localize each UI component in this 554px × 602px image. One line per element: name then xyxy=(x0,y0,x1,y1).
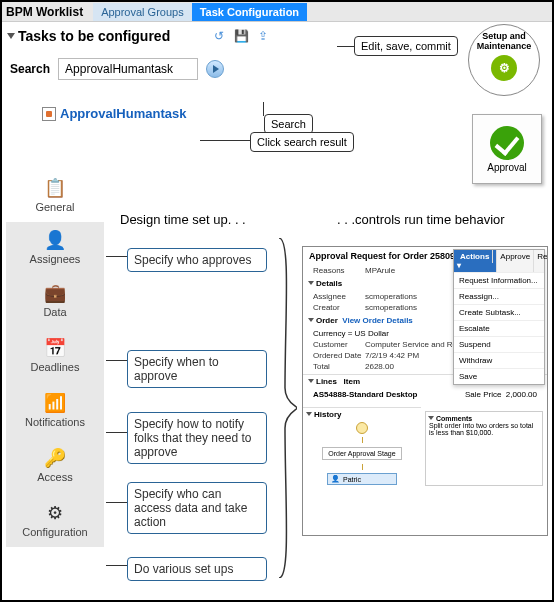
desc-assignees: Specify who approves xyxy=(127,248,267,272)
check-icon xyxy=(490,126,524,160)
menu-request-info[interactable]: Request Information... xyxy=(454,272,544,288)
person-name: Patric xyxy=(343,476,361,483)
rt-line-price-lbl: Sale Price xyxy=(465,390,501,399)
nav-label-data: Data xyxy=(43,306,66,318)
desc-configuration: Do various set ups xyxy=(127,557,267,581)
menu-save[interactable]: Save xyxy=(454,368,544,384)
nav-label-general: General xyxy=(35,201,74,213)
briefcase-icon: 💼 xyxy=(44,282,66,304)
design-time-label: Design time set up. . . xyxy=(120,212,246,227)
side-nav: 📋 General 👤 Assignees 💼 Data 📅 Deadlines… xyxy=(6,167,104,547)
desc-access: Specify who can access data and take act… xyxy=(127,482,267,534)
rt-line-sku: AS54888-Standard Desktop xyxy=(313,390,417,399)
sidebar-item-general[interactable]: 📋 General xyxy=(6,167,104,222)
gear-icon: ⚙ xyxy=(491,55,517,81)
nav-label-deadlines: Deadlines xyxy=(31,361,80,373)
nav-label-notifications: Notifications xyxy=(25,416,85,428)
rt-total-lbl: Total xyxy=(313,362,365,371)
approve-button[interactable]: Approve xyxy=(497,250,534,272)
rt-line-price: 2,000.00 xyxy=(506,390,537,399)
rt-assignee-val: scmoperations xyxy=(365,292,417,301)
app-title: BPM Worklist xyxy=(6,5,83,19)
callout-click-result: Click search result xyxy=(250,132,354,152)
person-chip[interactable]: 👤 Patric xyxy=(327,473,397,485)
rt-ordered-val: 7/2/19 4:42 PM xyxy=(365,351,419,360)
brace-icon xyxy=(277,238,297,578)
rt-reasons-val: MPArule xyxy=(365,266,395,275)
flow-start-icon xyxy=(356,422,368,434)
person-icon-small: 👤 xyxy=(331,475,340,483)
setup-maintenance-badge[interactable]: Setup and Maintenance ⚙ xyxy=(468,24,540,96)
tab-approval-groups[interactable]: Approval Groups xyxy=(93,3,192,21)
gear2-icon: ⚙ xyxy=(47,502,63,524)
sidebar-item-access[interactable]: 🔑 Access xyxy=(6,437,104,492)
setup-line2: Maintenance xyxy=(477,41,532,51)
rt-creator-lbl: Creator xyxy=(313,303,365,312)
rss-icon: 📶 xyxy=(44,392,66,414)
nav-label-configuration: Configuration xyxy=(22,526,87,538)
person-icon: 👤 xyxy=(44,229,66,251)
reject-button[interactable]: Rej xyxy=(534,250,548,272)
sidebar-item-configuration[interactable]: ⚙ Configuration xyxy=(6,492,104,547)
rt-comments-text: Split order into two orders so total is … xyxy=(429,422,539,436)
rt-total-val: 2628.00 xyxy=(365,362,394,371)
nav-label-assignees: Assignees xyxy=(30,253,81,265)
rt-comments-lbl: Comments xyxy=(436,415,472,422)
rt-details-lbl: Details xyxy=(316,279,342,288)
key-icon: 🔑 xyxy=(44,447,66,469)
rt-ordered-lbl: Ordered Date xyxy=(313,351,365,360)
page-title: Tasks to be configured xyxy=(18,28,170,44)
sidebar-item-data[interactable]: 💼 Data xyxy=(6,272,104,327)
tab-task-configuration[interactable]: Task Configuration xyxy=(192,3,307,21)
search-label: Search xyxy=(10,62,50,76)
callout-search: Search xyxy=(264,114,313,134)
collapse-icon[interactable] xyxy=(7,33,15,39)
sidebar-item-notifications[interactable]: 📶 Notifications xyxy=(6,382,104,437)
runtime-preview: Approval Request for Order 258093 Reason… xyxy=(302,246,548,536)
setup-line1: Setup and xyxy=(482,31,526,41)
rt-customer-lbl: Customer xyxy=(313,340,365,349)
menu-suspend[interactable]: Suspend xyxy=(454,336,544,352)
task-icon xyxy=(42,107,56,121)
search-result-text: ApprovalHumantask xyxy=(60,106,186,121)
sidebar-item-deadlines[interactable]: 📅 Deadlines xyxy=(6,327,104,382)
menu-reassign[interactable]: Reassign... xyxy=(454,288,544,304)
rt-lines-lbl: Lines xyxy=(316,377,337,386)
edit-icon[interactable]: ↺ xyxy=(210,27,228,45)
search-input[interactable] xyxy=(58,58,198,80)
menu-escalate[interactable]: Escalate xyxy=(454,320,544,336)
nav-label-access: Access xyxy=(37,471,72,483)
stage-box: Order Approval Stage xyxy=(322,447,402,460)
rt-reasons-lbl: Reasons xyxy=(313,266,365,275)
rt-assignee-lbl: Assignee xyxy=(313,292,365,301)
menu-create-subtask[interactable]: Create Subtask... xyxy=(454,304,544,320)
commit-icon[interactable]: ⇪ xyxy=(254,27,272,45)
menu-withdraw[interactable]: Withdraw xyxy=(454,352,544,368)
calendar-icon: 📅 xyxy=(44,337,66,359)
rt-history-lbl: History xyxy=(314,410,342,419)
clipboard-icon: 📋 xyxy=(44,177,66,199)
rt-currency: Currency = US Dollar xyxy=(313,329,389,338)
rt-order-lbl: Order xyxy=(316,316,338,325)
search-go-button[interactable] xyxy=(206,60,224,78)
approval-badge-label: Approval xyxy=(487,162,526,173)
save-icon[interactable]: 💾 xyxy=(232,27,250,45)
runtime-label: . . .controls run time behavior xyxy=(337,212,505,227)
actions-menu: Actions ▾ Approve Rej Request Informatio… xyxy=(453,249,545,385)
sidebar-item-assignees[interactable]: 👤 Assignees xyxy=(6,222,104,272)
approval-badge[interactable]: Approval xyxy=(472,114,542,184)
view-order-link[interactable]: View Order Details xyxy=(342,316,413,325)
actions-button[interactable]: Actions ▾ xyxy=(454,250,497,272)
rt-col-item: Item xyxy=(344,377,360,386)
desc-notifications: Specify how to notify folks that they ne… xyxy=(127,412,267,464)
desc-deadlines: Specify when to approve xyxy=(127,350,267,388)
search-result-link[interactable]: ApprovalHumantask xyxy=(42,106,186,121)
rt-creator-val: scmoperations xyxy=(365,303,417,312)
callout-toolbar: Edit, save, commit xyxy=(354,36,458,56)
